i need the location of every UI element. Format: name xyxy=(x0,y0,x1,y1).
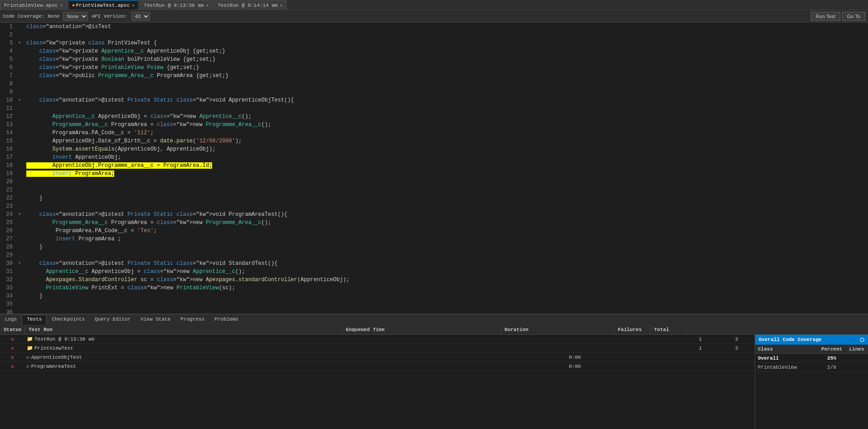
line-number: 20 xyxy=(0,178,18,186)
fold-arrow[interactable]: ▾ xyxy=(18,39,24,47)
line-content: Apprentice__c ApprenticeObj = class="kw"… xyxy=(24,112,868,121)
line-number: 35 xyxy=(0,300,18,308)
line-content xyxy=(24,104,868,112)
line-number: 2 xyxy=(0,31,18,39)
tab-bar: PrintableView.apxc ✕ ● PrintViewTest.apx… xyxy=(0,0,868,10)
line-content: ProgramArea.PA_Code__c = '112'; xyxy=(24,129,868,137)
fold-arrow xyxy=(18,186,24,194)
tab-checkpoints[interactable]: Checkpoints xyxy=(47,315,90,325)
api-label: API Version: xyxy=(92,14,127,19)
editor-container: 1class="annotation">@isTest23▾class="kw"… xyxy=(0,23,868,314)
line-number: 26 xyxy=(0,227,18,235)
test-status: ✕ xyxy=(0,336,25,343)
tab-logs[interactable]: Logs xyxy=(0,315,22,325)
line-number: 27 xyxy=(0,235,18,243)
fold-arrow xyxy=(18,129,24,137)
tab-printableview[interactable]: PrintableView.apxc ✕ xyxy=(0,0,67,10)
code-line: 18 ApprenticeObj.Programme_area__c = Pro… xyxy=(0,161,868,170)
tab-query-editor[interactable]: Query Editor xyxy=(90,315,136,325)
code-line: 31 Apprentice__c ApprenticeObj = class="… xyxy=(0,268,868,276)
code-line: 32 Apexpages.StandardController sc = cla… xyxy=(0,276,868,284)
line-number: 1 xyxy=(0,23,18,31)
fold-arrow xyxy=(18,292,24,300)
line-number: 6 xyxy=(0,63,18,72)
code-line: 24▾ class="annotation">@istest Private S… xyxy=(0,210,868,219)
cov-percent: 2/8 xyxy=(818,365,845,370)
code-line: 28 } xyxy=(0,243,868,251)
code-line: 33 PrintableView PrintExt = class="kw">n… xyxy=(0,284,868,292)
test-tree: ✕📁TestRun @ 9:13:30 am13✕📁PrintViewTest1… xyxy=(0,335,755,429)
tab-close-icon[interactable]: ✕ xyxy=(60,3,63,8)
cov-header-class: Class xyxy=(755,346,818,352)
test-name: 📁PrintViewTest xyxy=(25,345,410,351)
test-header-row: Status Test Run Enqueued Time Duration F… xyxy=(0,325,868,335)
tab-close-icon[interactable]: ✕ xyxy=(206,3,209,8)
test-row[interactable]: ✕📁TestRun @ 9:13:30 am13 xyxy=(0,335,755,344)
line-number: 21 xyxy=(0,186,18,194)
tab-testrun2[interactable]: TestRun @ 9:14:14 am ✕ xyxy=(213,0,286,10)
test-failures: 1 xyxy=(682,346,718,351)
tab-printviewtest[interactable]: ● PrintViewTest.apxc ✕ xyxy=(68,0,139,10)
tab-close-icon[interactable]: ✕ xyxy=(280,3,282,8)
code-line: 12 Apprentice__c ApprenticeObj = class="… xyxy=(0,112,868,121)
code-line: 35 xyxy=(0,300,868,308)
code-line: 7 class="kw">public Programme_Area__c Pr… xyxy=(0,72,868,80)
run-test-button[interactable]: Run Test xyxy=(811,12,840,21)
coverage-select[interactable]: None xyxy=(63,12,88,21)
tab-progress[interactable]: Progress xyxy=(175,315,209,325)
fold-arrow xyxy=(18,251,24,259)
api-version-select[interactable]: 43 xyxy=(131,12,150,21)
tab-label: PrintableView.apxc xyxy=(4,3,58,8)
line-content: } xyxy=(24,292,868,300)
tab-view-state[interactable]: View State xyxy=(136,315,175,325)
test-name: ▷ProgramAreaTest xyxy=(25,363,410,369)
test-row[interactable]: ✕📁PrintViewTest13 xyxy=(0,344,755,353)
code-line: 22 } xyxy=(0,194,868,202)
fold-arrow xyxy=(18,161,24,170)
fold-arrow xyxy=(18,153,24,161)
go-to-button[interactable]: Go To xyxy=(842,12,865,21)
fold-arrow[interactable]: ▾ xyxy=(18,96,24,104)
tab-dirty-indicator: ● xyxy=(72,3,75,8)
line-number: 24 xyxy=(0,210,18,219)
coverage-expand-icon[interactable]: ⬡ xyxy=(860,337,864,343)
coverage-panel: Overall Code Coverage ⬡ Class Percent Li… xyxy=(755,335,868,429)
line-content: class="annotation">@istest Private Stati… xyxy=(24,210,868,219)
line-number: 17 xyxy=(0,153,18,161)
line-number: 7 xyxy=(0,72,18,80)
fold-arrow xyxy=(18,137,24,145)
tab-close-icon[interactable]: ✕ xyxy=(132,3,135,8)
test-row[interactable]: ✕▷ApprenticeObjTest0:00 xyxy=(0,353,755,362)
test-row[interactable]: ✕▷ProgramAreaTest0:00 xyxy=(0,362,755,371)
code-line: 20 xyxy=(0,178,868,186)
header-test-run: Test Run xyxy=(25,325,342,335)
line-content: Apprentice__c ApprenticeObj = class="kw"… xyxy=(24,268,868,276)
tab-problems[interactable]: Problems xyxy=(209,315,243,325)
line-content xyxy=(24,251,868,259)
line-number: 10 xyxy=(0,96,18,104)
fold-arrow[interactable]: ▾ xyxy=(18,210,24,219)
cov-header-pct: Percent xyxy=(818,346,845,352)
line-number: 29 xyxy=(0,251,18,259)
fold-arrow xyxy=(18,219,24,227)
fold-arrow xyxy=(18,300,24,308)
tab-tests[interactable]: Tests xyxy=(22,315,47,325)
code-line: 15 ApprenticeObj.Date_of_Birth__c = date… xyxy=(0,137,868,145)
line-content: class="annotation">@istest Private Stati… xyxy=(24,259,868,268)
tab-testrun1[interactable]: TestRun @ 9:13:30 am ✕ xyxy=(140,0,213,10)
line-content: } xyxy=(24,194,868,202)
line-number: 28 xyxy=(0,243,18,251)
fold-arrow xyxy=(18,284,24,292)
fold-arrow[interactable]: ▾ xyxy=(18,259,24,268)
code-line: 4 class="kw">private Apprentice__c Appre… xyxy=(0,47,868,55)
line-content xyxy=(24,202,868,210)
cov-class: Overall xyxy=(755,356,818,361)
code-line: 34 } xyxy=(0,292,868,300)
fold-arrow xyxy=(18,47,24,55)
fold-arrow xyxy=(18,55,24,63)
header-status: Status xyxy=(0,325,25,335)
code-editor[interactable]: 1class="annotation">@isTest23▾class="kw"… xyxy=(0,23,868,314)
line-number: 30 xyxy=(0,259,18,268)
status-x-icon: ✕ xyxy=(11,354,15,361)
line-content: class="annotation">@istest Private Stati… xyxy=(24,96,868,104)
